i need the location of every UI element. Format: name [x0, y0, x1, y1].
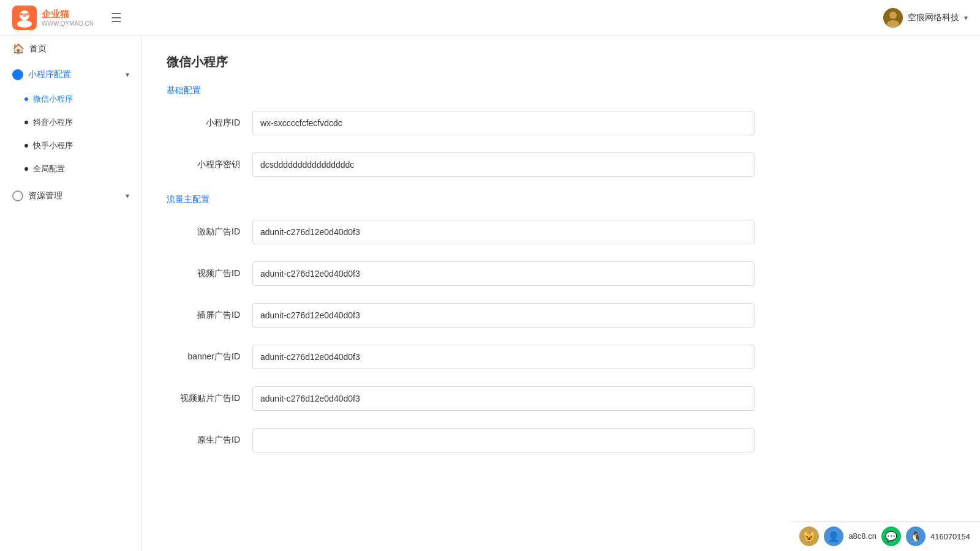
content-area: 微信小程序 基础配置 小程序ID 小程序密钥 流量主配置 激励广告ID 视频广告… — [142, 36, 980, 551]
sidebar-item-miniapp-config[interactable]: 小程序配置 ▾ — [0, 62, 141, 88]
miniapp-sub-menu: 微信小程序 抖音小程序 快手小程序 全局配置 — [0, 88, 141, 181]
bottom-avatar-3: 💬 — [881, 527, 901, 546]
sidebar-item-kuaishou-miniapp[interactable]: 快手小程序 — [12, 134, 141, 157]
bottom-qq-text: 416070154 — [930, 532, 970, 541]
bottom-avatar-1: 😺 — [799, 527, 819, 546]
video-patch-ad-id-input[interactable] — [252, 386, 755, 411]
user-name-label: 空痕网络科技 — [908, 12, 959, 23]
douyin-miniapp-label: 抖音小程序 — [33, 117, 73, 128]
miniapp-config-circle-icon — [12, 69, 23, 80]
miniapp-secret-label: 小程序密钥 — [167, 159, 240, 170]
header-left: 猫 企业猫 WWW.QYMAO.CN ☰ — [12, 6, 122, 30]
traffic-config-title: 流量主配置 — [167, 194, 956, 208]
sidebar-item-wechat-miniapp[interactable]: 微信小程序 — [12, 88, 141, 111]
svg-text:🐧: 🐧 — [910, 531, 922, 542]
form-row-video-patch-ad: 视频贴片广告ID — [167, 386, 956, 411]
miniapp-id-label: 小程序ID — [167, 118, 240, 129]
resource-mgmt-label: 资源管理 — [28, 190, 62, 201]
video-ad-id-input[interactable] — [252, 261, 755, 286]
sidebar-item-douyin-miniapp[interactable]: 抖音小程序 — [12, 111, 141, 134]
video-ad-label: 视频广告ID — [167, 268, 240, 279]
miniapp-config-label: 小程序配置 — [28, 69, 71, 80]
svg-point-3 — [26, 13, 29, 15]
basic-config-title: 基础配置 — [167, 85, 956, 99]
svg-text:😺: 😺 — [803, 531, 815, 542]
form-row-incentive-ad: 激励广告ID — [167, 220, 956, 244]
video-patch-ad-label: 视频贴片广告ID — [167, 393, 240, 404]
home-icon: 🏠 — [12, 43, 24, 54]
menu-toggle-button[interactable]: ☰ — [111, 10, 122, 25]
user-menu[interactable]: 空痕网络科技 ▾ — [883, 8, 968, 28]
bullet-dot — [24, 144, 28, 148]
form-row-video-ad: 视频广告ID — [167, 261, 956, 286]
sidebar-item-global-config[interactable]: 全局配置 — [12, 157, 141, 181]
logo-area: 猫 企业猫 WWW.QYMAO.CN — [12, 6, 94, 30]
interstitial-ad-id-input[interactable] — [252, 303, 755, 328]
sidebar-item-home[interactable]: 🏠 首页 — [0, 36, 141, 62]
chevron-down-icon: ▾ — [964, 13, 968, 22]
bottom-avatar-2: 👤 — [824, 527, 843, 546]
page-title: 微信小程序 — [167, 54, 956, 70]
interstitial-ad-label: 插屏广告ID — [167, 310, 240, 321]
miniapp-id-input[interactable] — [252, 111, 755, 135]
sidebar: 🏠 首页 小程序配置 ▾ 微信小程序 抖音小程序 快手小程序 — [0, 36, 142, 551]
resource-mgmt-circle-icon — [12, 190, 23, 201]
banner-ad-id-input[interactable] — [252, 345, 755, 369]
kuaishou-miniapp-label: 快手小程序 — [33, 140, 73, 151]
svg-point-7 — [889, 12, 897, 19]
svg-text:💬: 💬 — [885, 531, 897, 542]
wechat-miniapp-label: 微信小程序 — [33, 94, 73, 105]
logo-brand: 企业猫 WWW.QYMAO.CN — [42, 9, 94, 27]
global-config-label: 全局配置 — [33, 163, 65, 174]
form-row-miniapp-secret: 小程序密钥 — [167, 152, 956, 177]
form-row-banner-ad: banner广告ID — [167, 345, 956, 369]
form-row-miniapp-id: 小程序ID — [167, 111, 956, 135]
native-ad-label: 原生广告ID — [167, 435, 240, 446]
bullet-dot — [24, 97, 28, 101]
form-row-interstitial-ad: 插屏广告ID — [167, 303, 956, 328]
svg-point-8 — [887, 20, 899, 28]
bottom-avatar-4: 🐧 — [906, 527, 925, 546]
header: 猫 企业猫 WWW.QYMAO.CN ☰ 空痕网络科技 ▾ — [0, 0, 980, 36]
svg-text:猫: 猫 — [22, 13, 27, 17]
sidebar-item-resource-mgmt[interactable]: 资源管理 ▾ — [0, 183, 141, 209]
incentive-ad-id-input[interactable] — [252, 220, 755, 244]
form-row-native-ad: 原生广告ID — [167, 428, 956, 452]
resource-chevron-icon: ▾ — [126, 192, 129, 200]
main-layout: 🏠 首页 小程序配置 ▾ 微信小程序 抖音小程序 快手小程序 — [0, 36, 980, 551]
svg-point-4 — [17, 20, 32, 28]
logo-icon: 猫 — [12, 6, 37, 30]
banner-ad-label: banner广告ID — [167, 351, 240, 362]
bullet-dot — [24, 167, 28, 171]
miniapp-secret-input[interactable] — [252, 152, 755, 177]
sidebar-home-label: 首页 — [29, 43, 47, 54]
svg-text:👤: 👤 — [827, 531, 840, 542]
incentive-ad-label: 激励广告ID — [167, 227, 240, 238]
bottom-contact-text: a8c8.cn — [848, 531, 876, 542]
avatar — [883, 8, 903, 28]
bottom-bar: 😺 👤 a8c8.cn 💬 🐧 416070154 — [790, 521, 980, 551]
bullet-dot — [24, 121, 28, 124]
native-ad-id-input[interactable] — [252, 428, 755, 452]
chevron-icon: ▾ — [126, 70, 129, 79]
